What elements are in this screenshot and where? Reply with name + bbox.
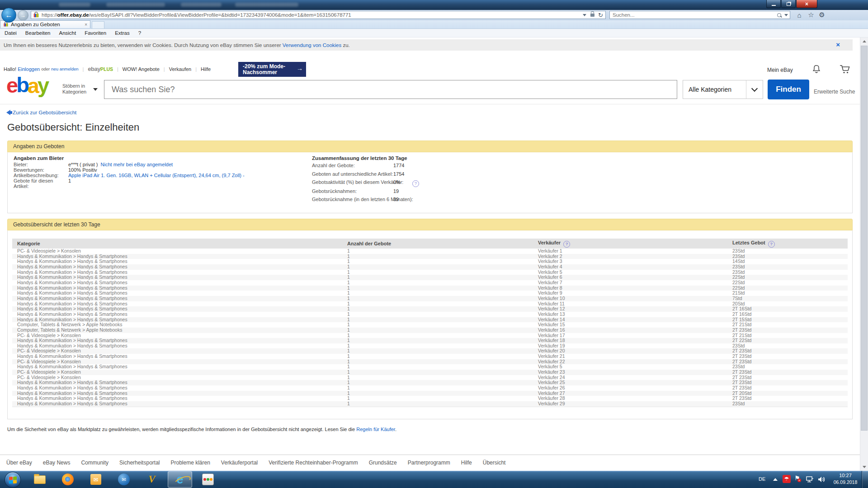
avira-tray-icon[interactable]: ☂ (783, 475, 791, 483)
top-nav-link[interactable]: Verkaufen (169, 66, 192, 72)
help-icon[interactable]: ? (768, 241, 775, 248)
home-button[interactable]: ⌂ (794, 10, 805, 19)
new-tab-button[interactable] (92, 21, 104, 29)
tab-angaben-zu-geboten[interactable]: Angaben zu Geboten × (0, 20, 90, 28)
restore-button[interactable] (781, 0, 796, 8)
minimize-icon (772, 5, 776, 6)
forward-arrow-icon: → (20, 12, 26, 19)
titlebar-ghost (106, 3, 165, 7)
search-dropdown-icon[interactable] (784, 14, 788, 16)
cell-bid-count: 1 (347, 275, 538, 280)
table-row: Handys & Kommunikation > Handys & Smartp… (12, 280, 848, 286)
scroll-up-arrow[interactable] (860, 38, 868, 45)
browser-search-box[interactable] (609, 11, 790, 19)
show-desktop-button[interactable] (862, 471, 868, 488)
footer-link[interactable]: Grundsätze (369, 460, 397, 466)
mein-ebay-link[interactable]: Mein eBay (767, 67, 793, 73)
login-link[interactable]: Einloggen (18, 66, 40, 72)
summary-row: Gebotsrücknahmen: 19 (312, 188, 583, 193)
page-scrollbar[interactable] (860, 38, 868, 471)
cell-seller: Verkäufer 3 (538, 259, 732, 264)
category-select[interactable]: Alle Kategorien (683, 80, 763, 99)
footer-link[interactable]: Übersicht (483, 460, 506, 466)
menu-item[interactable]: Ansicht (59, 30, 76, 36)
category-select-value: Alle Kategorien (683, 86, 746, 93)
cell-last-bid: 2T 23Std (732, 396, 848, 401)
table-row: Handys & Kommunikation > Handys & Smartp… (12, 380, 848, 385)
ebay-logo[interactable]: ebay (6, 73, 47, 98)
taskbar-clock[interactable]: 10:27 06.09.2018 (832, 472, 859, 486)
back-to-overview-link[interactable]: Zurück zur Gebotsübersicht (6, 110, 76, 115)
menu-item[interactable]: Bearbeiten (25, 30, 51, 36)
table-row: Handys & Kommunikation > Handys & Smartp… (12, 354, 848, 359)
tab-close-icon[interactable]: × (85, 22, 87, 27)
find-button[interactable]: Finden (768, 80, 809, 99)
cookie-policy-link[interactable]: Verwendung von Cookies (283, 42, 341, 48)
minimize-button[interactable] (766, 0, 781, 8)
footer-link[interactable]: Verkäuferportal (221, 460, 258, 466)
language-indicator[interactable]: DE (759, 476, 765, 482)
cart-button[interactable] (839, 64, 851, 75)
action-center-icon[interactable]: ⚑× (794, 474, 800, 482)
volume-tray-icon[interactable] (817, 475, 826, 485)
browser-search-input[interactable] (610, 12, 777, 18)
notifications-button[interactable] (811, 64, 821, 75)
favorites-button[interactable]: ☆ (806, 10, 816, 19)
field-value: 1 (68, 178, 71, 183)
buyer-rules-link[interactable]: Regeln für Käufer (356, 427, 395, 432)
table-row: Handys & Kommunikation > Handys & Smartp… (12, 296, 848, 301)
cell-seller: Verkäufer 25 (538, 380, 732, 385)
footer-link[interactable]: Probleme klären (170, 460, 210, 466)
footer-link[interactable]: eBay News (43, 460, 71, 466)
cell-bid-count: 1 (347, 401, 538, 407)
settings-button[interactable]: ⚙ (816, 10, 827, 19)
chevron-down-icon (751, 85, 758, 92)
cell-last-bid: 22Std (732, 280, 848, 286)
refresh-icon[interactable]: ↻ (598, 12, 603, 18)
register-link[interactable]: neu anmelden (51, 66, 78, 71)
bidder-status-link[interactable]: Nicht mehr bei eBay angemeldet (101, 162, 173, 167)
back-button[interactable]: ← (1, 8, 16, 23)
cookie-close-icon[interactable]: × (836, 41, 840, 48)
promo-banner-line2: Nachsommer (243, 70, 294, 75)
menu-item[interactable]: Favoriten (85, 30, 106, 36)
footer-link[interactable]: Hilfe (461, 460, 472, 466)
browse-categories[interactable]: Stöbern in Kategorien (62, 83, 86, 95)
window-caption-buttons: × (766, 0, 817, 8)
footer-link[interactable]: Partnerprogramm (408, 460, 450, 466)
promo-banner[interactable]: -20% zum Mode- Nachsommer → (238, 62, 306, 77)
table-row: PC- & Videospiele > Konsolen 1 Verkäufer… (12, 375, 848, 380)
advanced-search-link[interactable]: Erweiterte Suche (814, 89, 855, 95)
forward-button[interactable]: → (18, 10, 28, 21)
cell-seller: Verkäufer 4 (538, 264, 732, 270)
footer-link[interactable]: Sicherheitsportal (119, 460, 160, 466)
search-icon[interactable] (777, 13, 781, 17)
menu-item[interactable]: Extras (115, 30, 130, 36)
table-row: PC- & Videospiele > Konsolen 1 Verkäufer… (12, 249, 848, 254)
footer-link[interactable]: Verifizierte Rechteinhaber-Programm (269, 460, 358, 466)
help-icon[interactable]: ? (563, 241, 570, 248)
menu-item[interactable]: Datei (5, 30, 17, 36)
top-nav-link[interactable]: Hilfe (201, 66, 211, 72)
cell-seller: Verkäufer 5 (538, 270, 732, 275)
menu-item[interactable]: ? (138, 30, 141, 36)
footer-link[interactable]: Über eBay (6, 460, 32, 466)
oder-text: oder (41, 66, 50, 71)
footer-link[interactable]: Community (81, 460, 108, 466)
field-label: Geboten auf unterschiedliche Artikel: (312, 171, 393, 177)
help-icon[interactable]: ? (412, 180, 419, 187)
scrollbar-thumb[interactable] (861, 46, 868, 431)
show-hidden-icons-arrow[interactable] (773, 478, 778, 481)
scroll-down-arrow[interactable] (860, 463, 868, 471)
network-tray-icon[interactable] (806, 476, 814, 485)
url-dropdown-icon[interactable] (583, 14, 586, 16)
ebay-plus-logo[interactable]: ebayPLUS (88, 66, 113, 72)
site-search-input[interactable] (104, 80, 677, 99)
cell-seller: Verkäufer 15 (538, 322, 732, 328)
close-button[interactable]: × (796, 0, 817, 8)
table-row: Handys & Kommunikation > Handys & Smartp… (12, 401, 848, 407)
cell-last-bid: 23Std (732, 401, 848, 407)
address-bar[interactable]: https://offer.ebay.de/ws/eBayISAPI.dll?V… (31, 11, 606, 19)
item-description-link[interactable]: Apple iPad Air 1. Gen. 16GB, WLAN + Cell… (68, 173, 245, 178)
top-nav-link[interactable]: WOW! Angebote (123, 66, 160, 72)
